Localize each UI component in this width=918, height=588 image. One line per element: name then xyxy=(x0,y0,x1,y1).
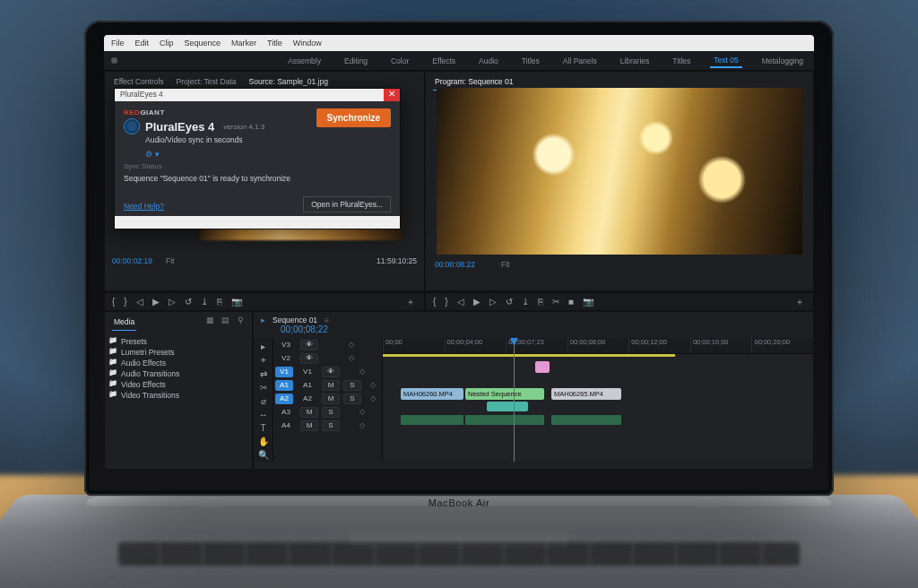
plugin-version: version 4.1.3 xyxy=(223,123,264,131)
clip-a2[interactable] xyxy=(465,415,544,425)
timeline-canvas[interactable]: 00;00 00;00;04;00 00;00;07;23 00;00;08;0… xyxy=(383,338,813,462)
track-row[interactable]: A1A1MS◇ xyxy=(273,378,382,392)
loop-icon[interactable]: ↺ xyxy=(506,297,515,307)
help-link[interactable]: Need Help? xyxy=(124,202,164,211)
track-row[interactable]: A4MS◇ xyxy=(273,419,382,432)
selection-tool-icon[interactable]: ▸ xyxy=(261,342,265,351)
mark-in-icon[interactable]: { xyxy=(112,297,117,307)
clip-v1-b[interactable]: Nested Sequence xyxy=(465,388,544,400)
program-panel: Program: Sequence 01 00:00:08:22 Fit xyxy=(425,71,814,291)
track-row[interactable]: V3👁◇ xyxy=(273,338,382,351)
sequence-tab[interactable]: Sequence 01 xyxy=(273,316,317,324)
step-fwd-icon[interactable]: ▷ xyxy=(169,297,178,307)
track-headers: V3👁◇ V2👁◇ V1V1👁◇ A1A1MS◇ A2A2MS◇ xyxy=(273,338,383,462)
zoom-tool-icon[interactable]: 🔍 xyxy=(258,450,269,460)
program-monitor[interactable] xyxy=(437,88,802,255)
ws-titles2[interactable]: Titles xyxy=(669,55,694,67)
extract-icon[interactable]: ⎘ xyxy=(538,297,545,307)
clip-a1[interactable] xyxy=(401,415,463,425)
source-fit-label[interactable]: Fit xyxy=(166,256,174,265)
dialog-title: PluralEyes 4 xyxy=(120,90,163,99)
ws-titles[interactable]: Titles xyxy=(518,55,543,67)
export-frame-icon[interactable]: 📷 xyxy=(583,297,595,307)
lift-icon[interactable]: ⤓ xyxy=(522,297,531,307)
ws-editing[interactable]: Editing xyxy=(341,55,371,67)
menu-sequence[interactable]: Sequence xyxy=(185,39,221,48)
clip-a3[interactable] xyxy=(551,415,621,425)
slip-tool-icon[interactable]: ⌀ xyxy=(261,396,266,406)
step-back-icon[interactable]: ◁ xyxy=(136,297,145,307)
razor-icon[interactable]: ✂ xyxy=(552,297,561,307)
clip-v1-c[interactable]: MAH06265.MP4 xyxy=(551,388,621,400)
folder-audio-effects[interactable]: Audio Effects xyxy=(112,358,245,368)
source-timecode-in: 00:00:02:19 xyxy=(112,256,152,265)
export-frame-icon[interactable]: 📷 xyxy=(231,297,244,307)
ws-audio[interactable]: Audio xyxy=(475,55,502,67)
folder-video-effects[interactable]: Video Effects xyxy=(112,379,245,390)
timeline-timecode[interactable]: 00;00;08;22 xyxy=(254,324,813,338)
ws-allpanels[interactable]: All Panels xyxy=(559,55,601,67)
track-select-icon[interactable]: ⌖ xyxy=(261,355,266,366)
hand-tool-icon[interactable]: ✋ xyxy=(258,437,269,446)
clip-v3[interactable] xyxy=(535,361,550,373)
clip-nested[interactable] xyxy=(487,402,528,411)
ripple-tool-icon[interactable]: ⇄ xyxy=(260,369,267,379)
ws-text05[interactable]: Text 05 xyxy=(710,54,741,68)
tab-media[interactable]: Media xyxy=(112,316,136,331)
track-row[interactable]: V1V1👁◇ xyxy=(273,365,382,378)
mark-out-icon[interactable]: } xyxy=(124,297,128,307)
timeline-panel: ▸ Sequence 01 ≡ 00;00;08;22 ▸ ⌖ ⇄ ✂ ⌀ ↔ … xyxy=(253,311,814,469)
menu-title[interactable]: Title xyxy=(267,39,282,48)
step-back-icon[interactable]: ◁ xyxy=(457,297,466,307)
mark-in-icon[interactable]: { xyxy=(433,297,437,307)
source-timecode-out: 11:59:10:25 xyxy=(377,256,417,265)
play-icon[interactable]: ▶ xyxy=(473,297,482,307)
gear-icon[interactable]: ⚙ ▾ xyxy=(145,150,391,159)
track-row[interactable]: A3MS◇ xyxy=(273,405,382,419)
mark-out-icon[interactable]: } xyxy=(445,297,449,307)
clip-v1-a[interactable]: MAH06260.MP4 xyxy=(401,388,463,400)
ws-color[interactable]: Color xyxy=(387,55,412,67)
pen-tool-icon[interactable]: ↔ xyxy=(259,410,268,419)
project-view-icons[interactable]: ▦ ▤ ⚲ xyxy=(206,316,247,324)
menu-edit[interactable]: Edit xyxy=(135,39,150,48)
close-icon[interactable]: ✕ xyxy=(384,89,400,101)
ws-libraries[interactable]: Libraries xyxy=(617,55,654,67)
program-transport: { } ◁ ▶ ▷ ↺ ⤓ ⎘ ✂ ■ 📷 ＋ xyxy=(426,292,813,310)
timeline-toolbar: ▸ ⌖ ⇄ ✂ ⌀ ↔ T ✋ 🔍 xyxy=(254,338,273,462)
laptop-frame: File Edit Clip Sequence Marker Title Win… xyxy=(84,21,834,496)
menu-marker[interactable]: Marker xyxy=(231,39,256,48)
stop-icon[interactable]: ■ xyxy=(568,297,576,307)
track-row[interactable]: V2👁◇ xyxy=(273,351,382,365)
folder-video-trans[interactable]: Video Transitions xyxy=(112,390,245,401)
razor-tool-icon[interactable]: ✂ xyxy=(260,383,267,393)
menu-window[interactable]: Window xyxy=(293,39,322,48)
synchronize-button[interactable]: Synchronize xyxy=(316,108,391,127)
ws-effects[interactable]: Effects xyxy=(429,55,459,67)
ws-assembly[interactable]: Assembly xyxy=(284,55,325,67)
insert-icon[interactable]: ⤓ xyxy=(201,297,210,307)
overwrite-icon[interactable]: ⎘ xyxy=(217,297,224,307)
timeline-playhead-icon: ▸ xyxy=(261,316,265,324)
source-panel: Effect Controls Project: Test Data Sourc… xyxy=(104,71,425,291)
ws-metalogging[interactable]: Metalogging xyxy=(758,55,807,67)
sequence-menu-icon[interactable]: ≡ xyxy=(325,316,329,324)
loop-icon[interactable]: ↺ xyxy=(185,297,194,307)
plugin-name: PluralEyes 4 xyxy=(145,120,214,134)
playhead[interactable] xyxy=(514,338,515,462)
folder-lumetri[interactable]: Lumetri Presets xyxy=(112,347,245,358)
menu-file[interactable]: File xyxy=(111,39,125,48)
time-ruler[interactable]: 00;00 00;00;04;00 00;00;07;23 00;00;08;0… xyxy=(383,338,813,354)
add-button-icon[interactable]: ＋ xyxy=(795,296,806,308)
folder-presets[interactable]: Presets xyxy=(112,336,245,347)
track-row[interactable]: A2A2MS◇ xyxy=(273,392,382,405)
type-tool-icon[interactable]: T xyxy=(260,423,265,433)
play-icon[interactable]: ▶ xyxy=(152,297,161,307)
step-fwd-icon[interactable]: ▷ xyxy=(489,297,498,307)
add-button-icon[interactable]: ＋ xyxy=(406,296,417,308)
program-fit-label[interactable]: Fit xyxy=(501,260,509,269)
work-area-bar[interactable] xyxy=(383,354,813,357)
folder-audio-trans[interactable]: Audio Transitions xyxy=(112,368,245,379)
open-in-pluraleyes-button[interactable]: Open in PluralEyes... xyxy=(303,196,391,212)
menu-clip[interactable]: Clip xyxy=(160,39,174,48)
